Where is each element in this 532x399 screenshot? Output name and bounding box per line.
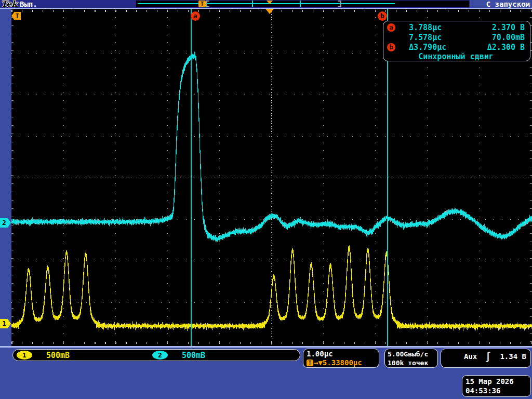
cursor-a-line[interactable] bbox=[191, 9, 192, 346]
channel-readout-bar: 1 500mВ 2 500mВ bbox=[12, 349, 300, 361]
cursor-a-value: 2.370 В bbox=[471, 23, 525, 32]
cursor-b-badge: b bbox=[387, 43, 395, 51]
date-label: 15 Мар 2026 bbox=[466, 377, 527, 386]
trigger-mode-area: С запуском bbox=[470, 0, 532, 8]
ch2-badge[interactable]: 2 bbox=[152, 351, 168, 360]
timebase-scale: 1.00µс bbox=[307, 350, 376, 358]
cursor-a-row: a 3.788µс 2.370 В bbox=[387, 22, 525, 32]
ch1-scale[interactable]: 500mВ bbox=[46, 351, 70, 360]
top-status-bar: Tek Вып. С запуском T bbox=[0, 0, 532, 8]
ch2-scale[interactable]: 500mВ bbox=[182, 351, 205, 360]
trigger-source: Aux bbox=[464, 352, 477, 361]
ch1-badge[interactable]: 1 bbox=[17, 351, 32, 360]
cursor-a-bubble[interactable]: a bbox=[191, 11, 200, 21]
cursor-readout-box: a 3.788µс 2.370 В 7.578µс 70.00mВ b Δ3.7… bbox=[383, 21, 530, 61]
cursor-a-badge: a bbox=[387, 23, 395, 32]
cursor-b-value: 70.00mВ bbox=[471, 33, 525, 42]
cursor-b-time: 7.578µс bbox=[409, 33, 471, 42]
overview-trigger-position-icon[interactable] bbox=[267, 1, 273, 4]
cursor-b-bubble[interactable]: b bbox=[378, 11, 387, 21]
bottom-status-bar: 1 500mВ 2 500mВ 1.00µс T →▼5.33800µс 5.0… bbox=[0, 348, 532, 399]
trigger-box[interactable]: Aux ∫ 1.34 В bbox=[441, 349, 531, 368]
timebase-t-icon: T bbox=[307, 360, 313, 366]
timebase-delay-row: T →▼5.33800µс bbox=[307, 358, 376, 367]
left-sidebar bbox=[0, 9, 11, 346]
cursor-delta-row: b Δ3.790µс Δ2.300 В bbox=[387, 42, 525, 52]
sample-rate: 5.00Gвыб/с bbox=[388, 350, 435, 358]
timebase-delay: →▼5.33800µс bbox=[314, 358, 362, 367]
acquisition-status: Вып. bbox=[20, 0, 37, 8]
overview-cursor-a-tick[interactable] bbox=[252, 1, 253, 7]
timebase-box[interactable]: 1.00µс T →▼5.33800µс bbox=[303, 349, 379, 368]
zoom-window-right-bracket[interactable] bbox=[338, 1, 341, 7]
trigger-level: 1.34 В bbox=[500, 352, 526, 361]
trigger-position-icon[interactable] bbox=[265, 9, 274, 14]
cursor-delta-time: Δ3.790µс bbox=[409, 43, 471, 52]
overview-cursor-b-tick[interactable] bbox=[300, 1, 301, 7]
trigger-row: Aux ∫ 1.34 В bbox=[441, 351, 530, 362]
record-overview-strip[interactable]: T bbox=[136, 1, 469, 7]
overview-trigger-t-icon[interactable]: T bbox=[198, 1, 206, 7]
acquisition-box[interactable]: 5.00Gвыб/с 100k точек bbox=[384, 349, 438, 368]
cursor-mid-row: 7.578µс 70.00mВ bbox=[387, 32, 525, 42]
rising-edge-icon: ∫ bbox=[485, 351, 491, 362]
oscilloscope-screen: { "topbar": { "logo": "Tek", "acq_status… bbox=[0, 0, 532, 399]
cursor-empty-badge bbox=[387, 33, 395, 42]
time-label: 04:53:36 bbox=[466, 386, 527, 395]
cursor-mode-label: Синхронный сдвиг bbox=[387, 52, 525, 62]
record-length: 100k точек bbox=[388, 358, 435, 367]
zoom-window-left-bracket[interactable] bbox=[206, 1, 209, 7]
datetime-box: 15 Мар 2026 04:53:36 bbox=[462, 375, 531, 397]
cursor-delta-value: Δ2.300 В bbox=[471, 43, 525, 52]
cursor-a-time: 3.788µс bbox=[409, 23, 471, 32]
trigger-mode-label: С запуском bbox=[486, 0, 530, 8]
